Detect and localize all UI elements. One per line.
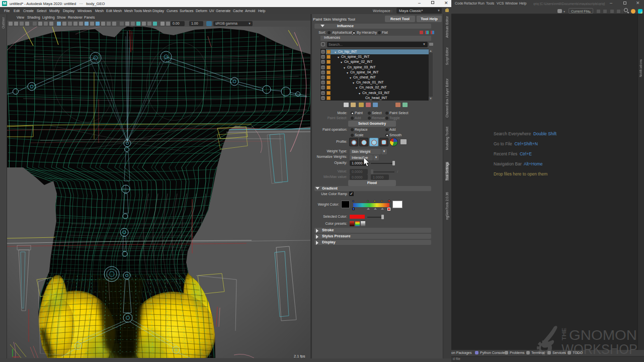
svg-text:2.1 fps: 2.1 fps (294, 354, 305, 358)
svg-text:THE: THE (561, 328, 567, 340)
svg-text:GNOMON: GNOMON (569, 328, 637, 343)
